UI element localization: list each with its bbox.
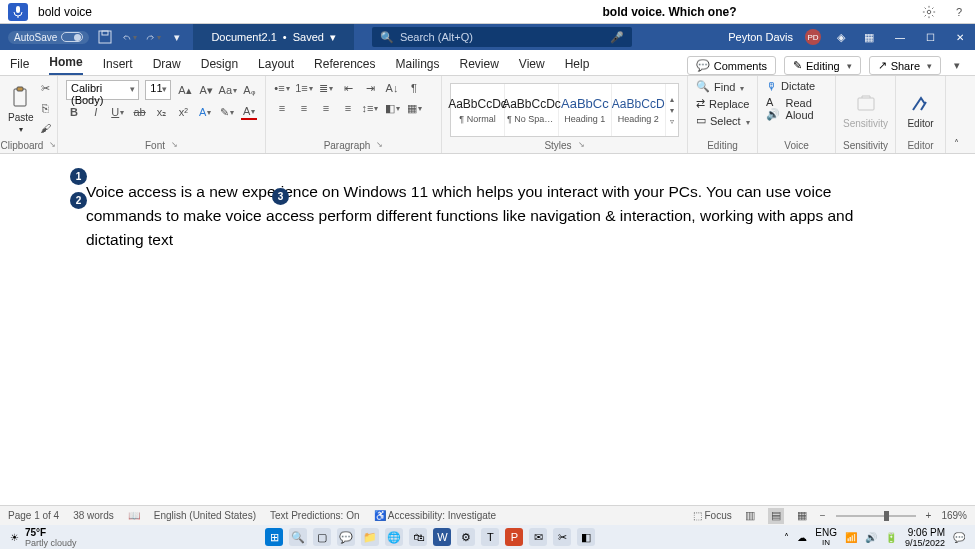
align-center-icon[interactable]: ≡ (296, 100, 312, 116)
settings-icon[interactable] (921, 4, 937, 20)
search-input[interactable]: 🔍 Search (Alt+Q) 🎤 (372, 27, 632, 47)
grow-font-icon[interactable]: A▴ (177, 82, 192, 98)
outlook-icon[interactable]: ✉ (529, 528, 547, 546)
volume-icon[interactable]: 🔊 (865, 532, 877, 543)
borders-icon[interactable]: ▦ (406, 100, 422, 116)
zoom-slider[interactable] (836, 515, 916, 517)
increase-indent-icon[interactable]: ⇥ (362, 80, 378, 96)
diamond-icon[interactable]: ◈ (833, 29, 849, 45)
read-mode-icon[interactable]: ▥ (742, 508, 758, 524)
accessibility-status[interactable]: ♿ Accessibility: Investigate (374, 510, 497, 521)
style-heading1[interactable]: AaBbCcHeading 1 (559, 84, 612, 136)
find-button[interactable]: 🔍Find (696, 80, 749, 93)
battery-icon[interactable]: 🔋 (885, 532, 897, 543)
start-icon[interactable]: ⊞ (265, 528, 283, 546)
document-title-button[interactable]: Document2.1 • Saved ▾ (193, 24, 354, 50)
format-painter-icon[interactable]: 🖌 (38, 120, 54, 136)
tab-home[interactable]: Home (49, 51, 82, 75)
word-icon[interactable]: W (433, 528, 451, 546)
replace-button[interactable]: ⇄Replace (696, 97, 749, 110)
read-aloud-button[interactable]: A🔊Read Aloud (766, 96, 827, 121)
store-icon[interactable]: 🛍 (409, 528, 427, 546)
focus-mode-button[interactable]: ⬚ Focus (693, 510, 732, 521)
redo-icon[interactable] (145, 29, 161, 45)
tab-help[interactable]: Help (565, 53, 590, 75)
decrease-indent-icon[interactable]: ⇤ (340, 80, 356, 96)
subscript-icon[interactable]: x₂ (154, 104, 170, 120)
comments-button[interactable]: 💬Comments (687, 56, 776, 75)
collapse-ribbon-icon[interactable]: ˄ (954, 138, 959, 149)
underline-icon[interactable]: U (110, 104, 126, 120)
tab-file[interactable]: File (10, 53, 29, 75)
wifi-icon[interactable]: 📶 (845, 532, 857, 543)
snipping-icon[interactable]: ✂ (553, 528, 571, 546)
voice-number-badge-1[interactable]: 1 (70, 168, 87, 185)
select-button[interactable]: ▭Select (696, 114, 749, 127)
app-switcher-icon[interactable]: ▦ (861, 29, 877, 45)
page-indicator[interactable]: Page 1 of 4 (8, 510, 59, 521)
undo-icon[interactable] (121, 29, 137, 45)
justify-icon[interactable]: ≡ (340, 100, 356, 116)
superscript-icon[interactable]: x² (175, 104, 191, 120)
notifications-icon[interactable]: 💬 (953, 532, 965, 543)
tab-insert[interactable]: Insert (103, 53, 133, 75)
editor-button[interactable]: Editor (907, 92, 933, 129)
highlight-icon[interactable]: ✎ (219, 104, 235, 120)
minimize-button[interactable]: — (885, 24, 915, 50)
style-no-spacing[interactable]: AaBbCcDc¶ No Spac... (505, 84, 559, 136)
tab-design[interactable]: Design (201, 53, 238, 75)
powerpoint-icon[interactable]: P (505, 528, 523, 546)
spellcheck-icon[interactable]: 📖 (128, 510, 140, 521)
search-mic-icon[interactable]: 🎤 (610, 31, 624, 44)
text-predictions[interactable]: Text Predictions: On (270, 510, 359, 521)
align-left-icon[interactable]: ≡ (274, 100, 290, 116)
search-taskbar-icon[interactable]: 🔍 (289, 528, 307, 546)
dialog-launcher-icon[interactable]: ↘ (376, 140, 383, 151)
bold-icon[interactable]: B (66, 104, 82, 120)
autosave-toggle[interactable]: AutoSave (8, 31, 89, 44)
font-color-icon[interactable]: A (241, 104, 257, 120)
close-button[interactable]: ✕ (945, 24, 975, 50)
font-name-combo[interactable]: Calibri (Body) (66, 80, 139, 100)
language-switcher[interactable]: ENG IN (815, 527, 837, 547)
tab-draw[interactable]: Draw (153, 53, 181, 75)
user-name[interactable]: Peyton Davis (728, 31, 793, 43)
clear-formatting-icon[interactable]: Aᵩ (242, 82, 257, 98)
tab-mailings[interactable]: Mailings (395, 53, 439, 75)
edge-icon[interactable]: 🌐 (385, 528, 403, 546)
web-layout-icon[interactable]: ▦ (794, 508, 810, 524)
editing-mode-button[interactable]: ✎Editing (784, 56, 861, 75)
bullets-icon[interactable]: •≡ (274, 80, 290, 96)
cut-icon[interactable]: ✂ (38, 80, 54, 96)
strikethrough-icon[interactable]: ab (132, 104, 148, 120)
line-spacing-icon[interactable]: ↕≡ (362, 100, 378, 116)
chat-icon[interactable]: 💬 (337, 528, 355, 546)
user-avatar[interactable]: PD (805, 29, 821, 45)
app-icon[interactable]: ◧ (577, 528, 595, 546)
tab-layout[interactable]: Layout (258, 53, 294, 75)
dictate-button[interactable]: 🎙Dictate (766, 80, 827, 92)
copy-icon[interactable]: ⎘ (38, 100, 54, 116)
document-paragraph[interactable]: Voice access is a new experience on Wind… (86, 180, 905, 252)
align-right-icon[interactable]: ≡ (318, 100, 334, 116)
change-case-icon[interactable]: Aa (220, 82, 236, 98)
print-layout-icon[interactable]: ▤ (768, 508, 784, 524)
font-size-combo[interactable]: 11 (145, 80, 171, 100)
language-indicator[interactable]: English (United States) (154, 510, 256, 521)
save-icon[interactable] (97, 29, 113, 45)
numbering-icon[interactable]: 1≡ (296, 80, 312, 96)
multilevel-list-icon[interactable]: ≣ (318, 80, 334, 96)
task-view-icon[interactable]: ▢ (313, 528, 331, 546)
style-heading2[interactable]: AaBbCcDHeading 2 (612, 84, 666, 136)
document-canvas[interactable]: 1 2 3 Voice access is a new experience o… (0, 154, 975, 505)
tray-overflow-icon[interactable]: ˄ (784, 532, 789, 543)
settings-taskbar-icon[interactable]: ⚙ (457, 528, 475, 546)
dialog-launcher-icon[interactable]: ↘ (49, 140, 56, 151)
tab-view[interactable]: View (519, 53, 545, 75)
voice-mic-icon[interactable] (8, 3, 28, 21)
voice-number-badge-2[interactable]: 2 (70, 192, 87, 209)
weather-widget[interactable]: ☀ 75°F Partly cloudy (10, 527, 77, 548)
sort-icon[interactable]: A↓ (384, 80, 400, 96)
share-button[interactable]: ↗Share (869, 56, 941, 75)
voice-number-badge-3[interactable]: 3 (272, 188, 289, 205)
